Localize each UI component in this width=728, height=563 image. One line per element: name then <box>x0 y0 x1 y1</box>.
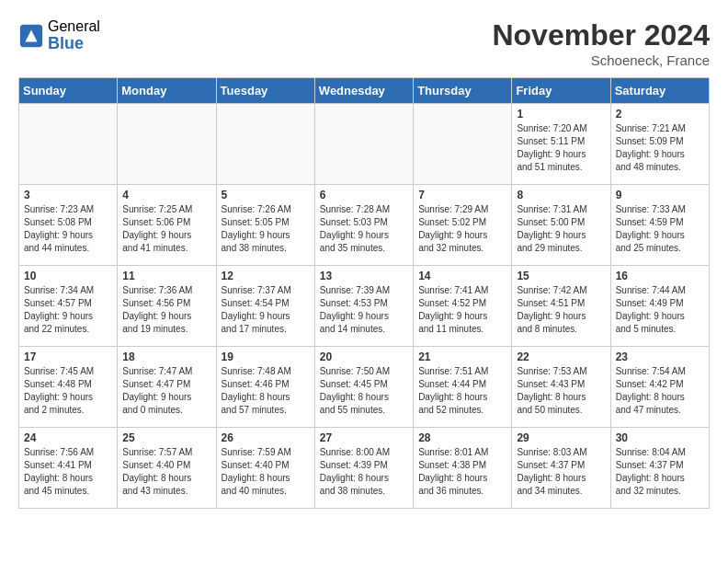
day-cell: 28Sunrise: 8:01 AM Sunset: 4:38 PM Dayli… <box>414 428 512 509</box>
header-row: SundayMondayTuesdayWednesdayThursdayFrid… <box>19 78 710 104</box>
day-cell <box>19 104 118 185</box>
day-info: Sunrise: 7:56 AM Sunset: 4:41 PM Dayligh… <box>24 446 112 498</box>
day-cell: 13Sunrise: 7:39 AM Sunset: 4:53 PM Dayli… <box>314 266 413 347</box>
day-cell: 10Sunrise: 7:34 AM Sunset: 4:57 PM Dayli… <box>19 266 118 347</box>
week-row-1: 1Sunrise: 7:20 AM Sunset: 5:11 PM Daylig… <box>19 104 710 185</box>
day-info: Sunrise: 7:51 AM Sunset: 4:44 PM Dayligh… <box>418 365 506 417</box>
day-cell: 4Sunrise: 7:25 AM Sunset: 5:06 PM Daylig… <box>118 185 216 266</box>
day-info: Sunrise: 7:26 AM Sunset: 5:05 PM Dayligh… <box>222 203 310 255</box>
day-cell: 15Sunrise: 7:42 AM Sunset: 4:51 PM Dayli… <box>512 266 610 347</box>
day-cell: 5Sunrise: 7:26 AM Sunset: 5:05 PM Daylig… <box>216 185 314 266</box>
day-info: Sunrise: 7:59 AM Sunset: 4:40 PM Dayligh… <box>222 446 310 498</box>
day-cell: 8Sunrise: 7:31 AM Sunset: 5:00 PM Daylig… <box>512 185 610 266</box>
day-info: Sunrise: 8:01 AM Sunset: 4:38 PM Dayligh… <box>418 446 506 498</box>
logo: General Blue <box>18 18 100 52</box>
day-cell: 16Sunrise: 7:44 AM Sunset: 4:49 PM Dayli… <box>610 266 709 347</box>
location: Schoeneck, France <box>492 52 710 68</box>
day-cell <box>118 104 216 185</box>
logo-general: General <box>48 18 100 35</box>
logo-text: General Blue <box>48 18 100 52</box>
day-cell: 18Sunrise: 7:47 AM Sunset: 4:47 PM Dayli… <box>118 347 216 428</box>
logo-blue: Blue <box>48 35 100 53</box>
day-info: Sunrise: 7:34 AM Sunset: 4:57 PM Dayligh… <box>24 284 112 336</box>
day-number: 27 <box>320 431 408 444</box>
day-cell: 29Sunrise: 8:03 AM Sunset: 4:37 PM Dayli… <box>512 428 610 509</box>
month-title: November 2024 <box>492 18 710 52</box>
day-number: 7 <box>418 189 506 201</box>
day-number: 14 <box>418 270 506 282</box>
day-cell <box>314 104 413 185</box>
day-info: Sunrise: 7:23 AM Sunset: 5:08 PM Dayligh… <box>24 203 112 255</box>
week-row-2: 3Sunrise: 7:23 AM Sunset: 5:08 PM Daylig… <box>19 185 710 266</box>
page-header: General Blue November 2024 Schoeneck, Fr… <box>18 18 710 68</box>
day-info: Sunrise: 7:33 AM Sunset: 4:59 PM Dayligh… <box>616 203 704 255</box>
day-number: 17 <box>24 350 112 363</box>
day-cell: 7Sunrise: 7:29 AM Sunset: 5:02 PM Daylig… <box>414 185 512 266</box>
col-header-saturday: Saturday <box>610 78 709 104</box>
day-info: Sunrise: 7:39 AM Sunset: 4:53 PM Dayligh… <box>320 284 408 336</box>
day-number: 21 <box>418 350 506 363</box>
day-cell: 19Sunrise: 7:48 AM Sunset: 4:46 PM Dayli… <box>216 347 314 428</box>
day-number: 2 <box>616 108 704 121</box>
day-info: Sunrise: 8:00 AM Sunset: 4:39 PM Dayligh… <box>320 446 408 498</box>
day-info: Sunrise: 7:31 AM Sunset: 5:00 PM Dayligh… <box>517 203 605 255</box>
col-header-sunday: Sunday <box>19 78 118 104</box>
day-info: Sunrise: 7:54 AM Sunset: 4:42 PM Dayligh… <box>616 365 704 417</box>
day-info: Sunrise: 7:42 AM Sunset: 4:51 PM Dayligh… <box>517 284 605 336</box>
day-info: Sunrise: 7:20 AM Sunset: 5:11 PM Dayligh… <box>517 122 605 174</box>
day-number: 24 <box>24 431 112 444</box>
day-cell <box>414 104 512 185</box>
day-number: 25 <box>122 431 210 444</box>
day-number: 18 <box>122 350 210 363</box>
day-info: Sunrise: 7:37 AM Sunset: 4:54 PM Dayligh… <box>222 284 310 336</box>
day-cell: 25Sunrise: 7:57 AM Sunset: 4:40 PM Dayli… <box>118 428 216 509</box>
day-cell <box>216 104 314 185</box>
day-number: 8 <box>517 189 605 201</box>
col-header-tuesday: Tuesday <box>216 78 314 104</box>
day-number: 9 <box>616 189 704 201</box>
day-cell: 2Sunrise: 7:21 AM Sunset: 5:09 PM Daylig… <box>610 104 709 185</box>
day-info: Sunrise: 7:47 AM Sunset: 4:47 PM Dayligh… <box>122 365 210 417</box>
day-cell: 26Sunrise: 7:59 AM Sunset: 4:40 PM Dayli… <box>216 428 314 509</box>
day-info: Sunrise: 8:04 AM Sunset: 4:37 PM Dayligh… <box>616 446 704 498</box>
day-info: Sunrise: 7:48 AM Sunset: 4:46 PM Dayligh… <box>222 365 310 417</box>
col-header-thursday: Thursday <box>414 78 512 104</box>
day-cell: 9Sunrise: 7:33 AM Sunset: 4:59 PM Daylig… <box>610 185 709 266</box>
day-cell: 12Sunrise: 7:37 AM Sunset: 4:54 PM Dayli… <box>216 266 314 347</box>
day-cell: 3Sunrise: 7:23 AM Sunset: 5:08 PM Daylig… <box>19 185 118 266</box>
week-row-4: 17Sunrise: 7:45 AM Sunset: 4:48 PM Dayli… <box>19 347 710 428</box>
day-info: Sunrise: 7:41 AM Sunset: 4:52 PM Dayligh… <box>418 284 506 336</box>
day-number: 28 <box>418 431 506 444</box>
day-number: 4 <box>122 189 210 201</box>
col-header-friday: Friday <box>512 78 610 104</box>
day-number: 16 <box>616 270 704 282</box>
day-cell: 21Sunrise: 7:51 AM Sunset: 4:44 PM Dayli… <box>414 347 512 428</box>
day-number: 15 <box>517 270 605 282</box>
day-cell: 22Sunrise: 7:53 AM Sunset: 4:43 PM Dayli… <box>512 347 610 428</box>
col-header-monday: Monday <box>118 78 216 104</box>
day-cell: 23Sunrise: 7:54 AM Sunset: 4:42 PM Dayli… <box>610 347 709 428</box>
day-number: 13 <box>320 270 408 282</box>
day-number: 1 <box>517 108 605 121</box>
week-row-5: 24Sunrise: 7:56 AM Sunset: 4:41 PM Dayli… <box>19 428 710 509</box>
col-header-wednesday: Wednesday <box>314 78 413 104</box>
day-number: 22 <box>517 350 605 363</box>
day-cell: 6Sunrise: 7:28 AM Sunset: 5:03 PM Daylig… <box>314 185 413 266</box>
day-info: Sunrise: 7:36 AM Sunset: 4:56 PM Dayligh… <box>122 284 210 336</box>
day-info: Sunrise: 8:03 AM Sunset: 4:37 PM Dayligh… <box>517 446 605 498</box>
day-info: Sunrise: 7:25 AM Sunset: 5:06 PM Dayligh… <box>122 203 210 255</box>
day-number: 30 <box>616 431 704 444</box>
day-number: 20 <box>320 350 408 363</box>
day-info: Sunrise: 7:50 AM Sunset: 4:45 PM Dayligh… <box>320 365 408 417</box>
day-number: 11 <box>122 270 210 282</box>
day-cell: 17Sunrise: 7:45 AM Sunset: 4:48 PM Dayli… <box>19 347 118 428</box>
day-info: Sunrise: 7:44 AM Sunset: 4:49 PM Dayligh… <box>616 284 704 336</box>
day-cell: 11Sunrise: 7:36 AM Sunset: 4:56 PM Dayli… <box>118 266 216 347</box>
week-row-3: 10Sunrise: 7:34 AM Sunset: 4:57 PM Dayli… <box>19 266 710 347</box>
day-cell: 1Sunrise: 7:20 AM Sunset: 5:11 PM Daylig… <box>512 104 610 185</box>
day-number: 6 <box>320 189 408 201</box>
day-number: 3 <box>24 189 112 201</box>
day-info: Sunrise: 7:29 AM Sunset: 5:02 PM Dayligh… <box>418 203 506 255</box>
day-number: 10 <box>24 270 112 282</box>
day-cell: 20Sunrise: 7:50 AM Sunset: 4:45 PM Dayli… <box>314 347 413 428</box>
